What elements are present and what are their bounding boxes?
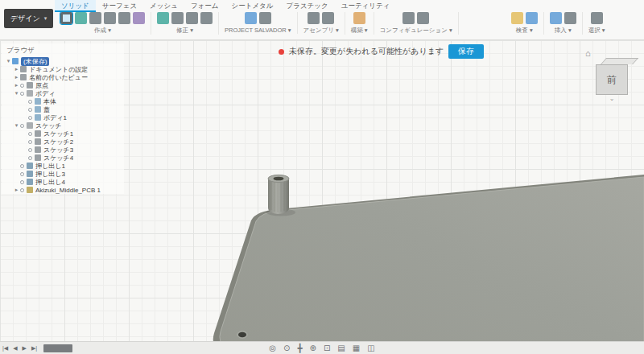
- viewcube-front-face[interactable]: 前: [596, 64, 628, 95]
- combine-icon[interactable]: [200, 12, 213, 24]
- visibility-eye-icon[interactable]: [28, 116, 32, 120]
- browser-item[interactable]: スケッチ1: [2, 130, 124, 138]
- press-pull-icon[interactable]: [157, 12, 169, 24]
- revolve-icon[interactable]: [89, 12, 101, 24]
- sweep-icon[interactable]: [104, 12, 116, 24]
- visibility-eye-icon[interactable]: [20, 180, 24, 184]
- collapse-icon[interactable]: ▾: [5, 58, 12, 64]
- tab-サーフェス[interactable]: サーフェス: [96, 0, 143, 12]
- browser-item[interactable]: ▸ドキュメントの設定: [2, 65, 124, 73]
- workspace-tabs: ソリッドサーフェスメッシュフォームシートメタルプラスチックユーティリティ: [55, 0, 396, 12]
- viewcube-menu-icon[interactable]: ⌄: [596, 95, 628, 102]
- browser-item[interactable]: ▾(未保存): [2, 57, 124, 65]
- tab-シートメタル[interactable]: シートメタル: [225, 0, 280, 12]
- zoom-icon[interactable]: ⊕: [310, 342, 316, 354]
- visibility-eye-icon[interactable]: [28, 156, 32, 160]
- play-button[interactable]: ▶: [20, 342, 29, 354]
- insert-svg-icon[interactable]: [564, 12, 576, 24]
- visibility-eye-icon[interactable]: [20, 164, 24, 168]
- browser-item[interactable]: 押し出し3: [2, 170, 124, 178]
- new-solid-icon[interactable]: [60, 12, 72, 24]
- browser-item[interactable]: スケッチ4: [2, 154, 124, 162]
- expand-icon[interactable]: ▸: [13, 74, 20, 80]
- addin-tool-2-icon[interactable]: [259, 12, 271, 24]
- fillet-icon[interactable]: [171, 12, 184, 24]
- visibility-eye-icon[interactable]: [20, 92, 24, 96]
- tab-フォーム[interactable]: フォーム: [184, 0, 225, 12]
- collapse-icon[interactable]: ▾: [13, 122, 20, 129]
- browser-item[interactable]: スケッチ3: [2, 146, 124, 154]
- collapse-icon[interactable]: ▾: [13, 90, 20, 97]
- browser-item[interactable]: ▸原点: [2, 81, 124, 89]
- save-button[interactable]: 保存: [448, 44, 484, 59]
- loft-icon[interactable]: [118, 12, 130, 24]
- browser-item[interactable]: 押し出し1: [2, 162, 124, 170]
- toolbar-group-label[interactable]: 修正 ▾: [157, 27, 213, 35]
- browser-item[interactable]: スケッチ2: [2, 138, 124, 146]
- toolbar-group-label[interactable]: PROJECT SALVADOR ▾: [225, 27, 291, 34]
- expand-icon[interactable]: ▸: [13, 187, 20, 193]
- tab-ユーティリティ[interactable]: ユーティリティ: [335, 0, 397, 12]
- browser-item[interactable]: 押し出し4: [2, 178, 124, 186]
- measure-icon[interactable]: [511, 12, 523, 24]
- visibility-eye-icon[interactable]: [20, 84, 24, 88]
- browser-item[interactable]: ▾スケッチ: [2, 121, 124, 130]
- toolbar-group-label[interactable]: アセンブリ ▾: [303, 27, 339, 35]
- visibility-eye-icon[interactable]: [28, 148, 32, 152]
- create-form-icon[interactable]: [133, 12, 145, 24]
- new-component-icon[interactable]: [308, 12, 320, 24]
- viewports-icon[interactable]: ◫: [367, 342, 374, 354]
- select-icon[interactable]: [591, 12, 603, 24]
- tab-プラスチック[interactable]: プラスチック: [280, 0, 335, 12]
- toolbar-group-label[interactable]: 構築 ▾: [351, 27, 368, 35]
- step-back-button[interactable]: ◀: [10, 342, 19, 354]
- pan-icon[interactable]: ╋: [297, 342, 302, 354]
- visibility-eye-icon[interactable]: [20, 124, 24, 128]
- orbit-icon[interactable]: ◎: [269, 342, 276, 354]
- browser-item[interactable]: ▸Akizuki_Middle_PCB 1: [2, 186, 124, 194]
- workspace-selector[interactable]: デザイン ▾: [4, 9, 53, 28]
- section-analysis-icon[interactable]: [526, 12, 538, 24]
- toolbar-group-label[interactable]: 作成 ▾: [60, 27, 145, 35]
- go-to-start-button[interactable]: |◀: [0, 342, 10, 354]
- extrude-icon[interactable]: [75, 12, 87, 24]
- display-settings-icon[interactable]: ▤: [337, 342, 345, 354]
- addin-tool-1-icon[interactable]: [245, 12, 257, 24]
- expand-icon[interactable]: ▸: [13, 66, 20, 72]
- viewcube-top-face[interactable]: [601, 58, 638, 64]
- expand-icon[interactable]: ▸: [13, 82, 20, 88]
- configuration-icon[interactable]: [402, 12, 415, 24]
- timeline-slider[interactable]: [43, 344, 72, 352]
- visibility-eye-icon[interactable]: [20, 172, 24, 176]
- mounting-hole[interactable]: [238, 332, 246, 338]
- browser-item[interactable]: ボディ1: [2, 113, 124, 121]
- configuration-table-icon[interactable]: [417, 12, 429, 24]
- home-icon[interactable]: ⌂: [585, 48, 591, 58]
- browser-item[interactable]: 蓋: [2, 105, 124, 113]
- tab-ソリッド[interactable]: ソリッド: [55, 0, 96, 12]
- toolbar-group-label[interactable]: 挿入 ▾: [550, 27, 576, 35]
- browser-item[interactable]: ▾ボディ: [2, 89, 124, 97]
- toolbar-group-label[interactable]: 選択 ▾: [588, 27, 605, 35]
- browser-item[interactable]: ▸名前の付いたビュー: [2, 73, 124, 81]
- visibility-eye-icon[interactable]: [28, 132, 32, 136]
- toolbar-group-label[interactable]: コンフィギュレーション ▾: [380, 27, 452, 35]
- browser-item[interactable]: 本体: [2, 97, 124, 105]
- visibility-eye-icon[interactable]: [28, 108, 32, 112]
- toolbar-group-label[interactable]: 検査 ▾: [511, 27, 538, 35]
- joint-icon[interactable]: [322, 12, 334, 24]
- tab-メッシュ[interactable]: メッシュ: [143, 0, 184, 12]
- construction-plane-icon[interactable]: [353, 12, 365, 24]
- shell-icon[interactable]: [186, 12, 198, 24]
- insert-mesh-icon[interactable]: [550, 12, 562, 24]
- visibility-eye-icon[interactable]: [20, 188, 24, 192]
- look-at-icon[interactable]: ⊙: [283, 342, 290, 354]
- visibility-eye-icon[interactable]: [28, 100, 32, 104]
- go-to-end-button[interactable]: ▶|: [29, 342, 39, 354]
- unsaved-status-icon: [279, 49, 284, 55]
- fit-icon[interactable]: ⊡: [324, 342, 330, 354]
- visibility-eye-icon[interactable]: [28, 140, 32, 144]
- grid-settings-icon[interactable]: ▦: [353, 342, 360, 354]
- standoff-hole[interactable]: [274, 177, 284, 181]
- body-icon: [35, 106, 41, 113]
